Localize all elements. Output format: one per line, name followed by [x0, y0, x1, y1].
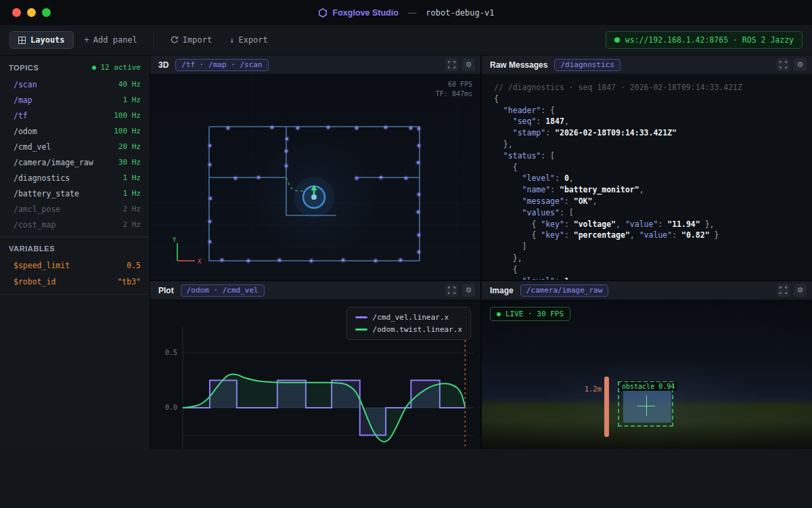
topics-list: /scan40 Hz/map1 Hz/tf100 Hz/odom100 Hz/c…: [0, 77, 150, 232]
code-line: "status": [: [494, 150, 812, 162]
topic-name: /amcl_pose: [14, 205, 60, 214]
document-name: robot-debug-v1: [426, 8, 494, 18]
topic-rate: 30 Hz: [118, 158, 141, 167]
export-button[interactable]: ↓ Export: [223, 32, 275, 48]
topic-row[interactable]: /amcl_pose2 Hz: [0, 201, 150, 217]
code-line: {: [494, 93, 812, 105]
bottom-empty-area: [0, 449, 812, 508]
code-line: "values": [: [494, 207, 812, 219]
legend-item[interactable]: /odom.twist.linear.x: [355, 325, 462, 334]
code-line: // /diagnostics · seq 1847 · 2026-02-18T…: [494, 82, 812, 93]
detection-bounding-box[interactable]: obstacle 0.94: [618, 381, 673, 427]
download-arrow-icon: ↓: [229, 35, 234, 45]
fullscreen-icon[interactable]: [445, 284, 458, 297]
detection-label: obstacle 0.94: [620, 382, 677, 391]
topics-header: TOPICS: [9, 64, 39, 72]
topic-rate: 2 Hz: [123, 220, 141, 229]
panel-plot: Plot /odom · /cmd_vel ⚙ 0.50.0 /cmd_vel.…: [150, 281, 480, 449]
live-badge-text: LIVE · 30 FPS: [505, 310, 564, 318]
title-separator: —: [408, 8, 417, 18]
panel-image-title: Image: [490, 286, 514, 295]
topic-row[interactable]: /battery_state1 Hz: [0, 186, 150, 201]
fullscreen-icon[interactable]: [777, 58, 790, 71]
topic-row[interactable]: /cost_map2 Hz: [0, 217, 150, 232]
topic-rate: 100 Hz: [114, 111, 141, 120]
code-line: "stamp": "2026-02-18T09:14:33.421Z": [494, 127, 812, 139]
connection-status-pill[interactable]: ws://192.168.1.42:8765 · ROS 2 Jazzy: [606, 31, 803, 49]
fullscreen-icon[interactable]: [445, 58, 458, 71]
minimize-window-icon[interactable]: [27, 8, 36, 17]
panel-plot-header: Plot /odom · /cmd_vel ⚙: [150, 281, 480, 300]
topic-name: /cost_map: [14, 220, 55, 230]
gear-icon[interactable]: ⚙: [462, 284, 475, 297]
raw-message-json-view[interactable]: // /diagnostics · seq 1847 · 2026-02-18T…: [482, 75, 812, 280]
code-line: "level": 1: [494, 276, 812, 280]
topic-name: /map: [14, 96, 32, 105]
topic-rate: 1 Hz: [123, 173, 141, 182]
topic-name: /tf: [14, 111, 28, 121]
zoom-window-icon[interactable]: [42, 8, 51, 17]
topic-row[interactable]: /scan40 Hz: [0, 77, 150, 92]
panel-plot-title: Plot: [158, 286, 174, 295]
window-controls: [12, 0, 51, 25]
topic-row[interactable]: /tf100 Hz: [0, 108, 150, 123]
distance-label: 1.2m: [579, 385, 602, 393]
export-label: Export: [238, 35, 267, 45]
panel-3d-viewport[interactable]: 60 FPS TF: 847ms YX: [150, 75, 480, 280]
titlebar: Foxglove Studio — robot-debug-v1: [0, 0, 812, 25]
panel-raw-header: Raw Messages /diagnostics ⚙: [482, 56, 812, 75]
topic-name: /camera/image_raw: [14, 158, 93, 167]
fullscreen-icon[interactable]: [777, 284, 790, 297]
camera-image-view[interactable]: LIVE · 30 FPS 1.2m obstacle 0.94: [482, 300, 812, 449]
variables-header: VARIABLES: [9, 245, 55, 253]
code-line: {: [494, 264, 812, 276]
panel-plot-topics-chip[interactable]: /odom · /cmd_vel: [181, 284, 265, 297]
topic-row[interactable]: /cmd_vel20 Hz: [0, 139, 150, 154]
panel-raw-title: Raw Messages: [490, 60, 547, 70]
gear-icon[interactable]: ⚙: [794, 284, 807, 297]
import-button[interactable]: Import: [164, 32, 219, 48]
plot-legend[interactable]: /cmd_vel.linear.x/odom.twist.linear.x: [346, 307, 471, 340]
topic-name: /odom: [14, 127, 37, 136]
gear-icon[interactable]: ⚙: [794, 58, 807, 71]
svg-text:0.0: 0.0: [165, 404, 177, 411]
legend-item[interactable]: /cmd_vel.linear.x: [355, 313, 462, 322]
toolbar-divider: [154, 33, 154, 47]
active-dot-icon: [92, 66, 96, 70]
panel-3d-topics-chip[interactable]: /tf · /map · /scan: [175, 59, 268, 71]
panel-image-topic-chip[interactable]: /camera/image_raw: [520, 284, 609, 297]
variable-row[interactable]: $robot_id"tb3": [0, 274, 150, 290]
3d-scene-canvas[interactable]: YX: [150, 75, 480, 280]
panel-raw-topic-chip[interactable]: /diagnostics: [554, 59, 620, 71]
sidebar-divider-2: [0, 294, 150, 295]
import-refresh-icon: [171, 36, 179, 44]
topic-row[interactable]: /odom100 Hz: [0, 123, 150, 139]
plot-chart-area[interactable]: 0.50.0 /cmd_vel.linear.x/odom.twist.line…: [150, 300, 480, 449]
topic-rate: 20 Hz: [118, 142, 141, 151]
layouts-button[interactable]: Layouts: [9, 31, 74, 49]
code-line: "header": {: [494, 105, 812, 117]
topic-row[interactable]: /map1 Hz: [0, 92, 150, 108]
code-line: },: [494, 253, 812, 264]
topic-name: /scan: [14, 80, 37, 89]
svg-text:X: X: [198, 258, 202, 265]
topic-row[interactable]: /diagnostics1 Hz: [0, 170, 150, 186]
close-window-icon[interactable]: [12, 8, 21, 17]
add-panel-button[interactable]: + Add panel: [78, 32, 144, 48]
panel-image-header: Image /camera/image_raw ⚙: [482, 281, 812, 300]
toolbar: Layouts + Add panel Import ↓ Export ws:/…: [0, 25, 812, 56]
topic-name: /diagnostics: [14, 173, 70, 183]
code-line: },: [494, 139, 812, 150]
variable-row[interactable]: $speed_limit0.5: [0, 257, 150, 274]
gear-icon[interactable]: ⚙: [462, 58, 475, 71]
add-panel-label: Add panel: [93, 35, 137, 45]
panel-image: Image /camera/image_raw ⚙ LIVE · 30 FPS …: [482, 281, 812, 449]
topic-row[interactable]: /camera/image_raw30 Hz: [0, 154, 150, 170]
variable-name: $robot_id: [14, 277, 55, 287]
topic-rate: 40 Hz: [118, 80, 141, 89]
import-label: Import: [183, 35, 212, 45]
variable-value: 0.5: [127, 261, 141, 270]
topics-active-count: 12 active: [92, 63, 141, 72]
live-dot-icon: [497, 312, 501, 316]
code-line: {: [494, 162, 812, 173]
